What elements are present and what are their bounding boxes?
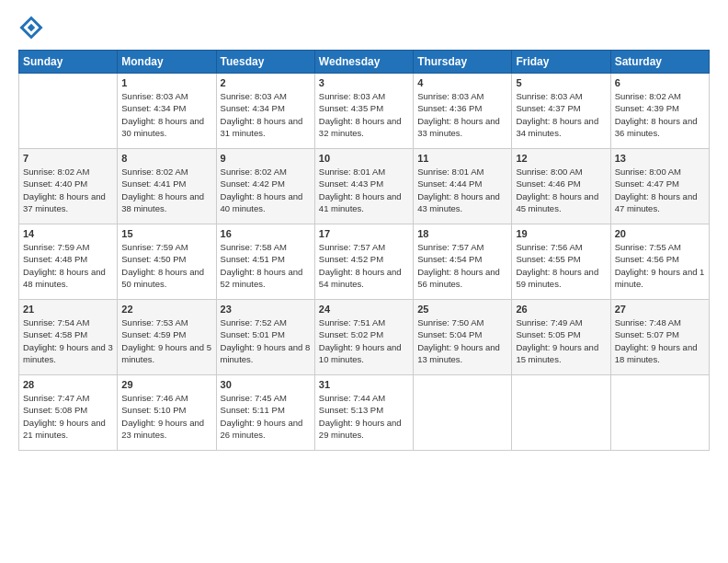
- day-info: Sunrise: 7:55 AMSunset: 4:56 PMDaylight:…: [615, 241, 705, 290]
- week-row-2: 7Sunrise: 8:02 AMSunset: 4:40 PMDaylight…: [19, 149, 710, 224]
- weekday-header-thursday: Thursday: [414, 51, 512, 74]
- calendar-cell: 18Sunrise: 7:57 AMSunset: 4:54 PMDayligh…: [414, 224, 512, 300]
- calendar-cell: 20Sunrise: 7:55 AMSunset: 4:56 PMDayligh…: [610, 224, 709, 300]
- calendar-cell: 13Sunrise: 8:00 AMSunset: 4:47 PMDayligh…: [610, 149, 709, 224]
- day-number: 21: [23, 304, 113, 315]
- day-number: 29: [121, 379, 211, 390]
- day-number: 3: [319, 77, 409, 88]
- header: [18, 15, 710, 40]
- calendar-cell: 28Sunrise: 7:47 AMSunset: 5:08 PMDayligh…: [19, 375, 118, 451]
- day-info: Sunrise: 7:57 AMSunset: 4:54 PMDaylight:…: [417, 241, 507, 290]
- day-number: 17: [319, 228, 409, 239]
- calendar-cell: 14Sunrise: 7:59 AMSunset: 4:48 PMDayligh…: [19, 224, 118, 300]
- day-number: 31: [319, 379, 409, 390]
- day-number: 24: [319, 304, 409, 315]
- day-info: Sunrise: 8:01 AMSunset: 4:44 PMDaylight:…: [417, 166, 507, 214]
- calendar-cell: 31Sunrise: 7:44 AMSunset: 5:13 PMDayligh…: [314, 375, 413, 451]
- calendar-cell: 9Sunrise: 8:02 AMSunset: 4:42 PMDaylight…: [216, 149, 314, 224]
- weekday-header-friday: Friday: [512, 51, 610, 74]
- calendar-cell: 11Sunrise: 8:01 AMSunset: 4:44 PMDayligh…: [414, 149, 512, 224]
- day-info: Sunrise: 8:00 AMSunset: 4:47 PMDaylight:…: [615, 166, 705, 214]
- day-info: Sunrise: 8:02 AMSunset: 4:39 PMDaylight:…: [615, 90, 705, 139]
- calendar-cell: 1Sunrise: 8:03 AMSunset: 4:34 PMDaylight…: [118, 74, 216, 149]
- day-number: 10: [319, 153, 409, 164]
- day-number: 8: [121, 153, 211, 164]
- day-info: Sunrise: 7:47 AMSunset: 5:08 PMDaylight:…: [23, 392, 113, 441]
- calendar-cell: 17Sunrise: 7:57 AMSunset: 4:52 PMDayligh…: [314, 224, 413, 300]
- calendar-header: SundayMondayTuesdayWednesdayThursdayFrid…: [19, 51, 710, 74]
- day-number: 14: [23, 228, 113, 239]
- calendar-cell: 15Sunrise: 7:59 AMSunset: 4:50 PMDayligh…: [118, 224, 216, 300]
- day-info: Sunrise: 7:54 AMSunset: 4:58 PMDaylight:…: [23, 316, 113, 365]
- calendar-cell: 27Sunrise: 7:48 AMSunset: 5:07 PMDayligh…: [610, 300, 709, 375]
- day-number: 1: [121, 77, 211, 88]
- calendar-cell: [19, 74, 118, 149]
- calendar-cell: 8Sunrise: 8:02 AMSunset: 4:41 PMDaylight…: [118, 149, 216, 224]
- calendar-cell: 24Sunrise: 7:51 AMSunset: 5:02 PMDayligh…: [314, 300, 413, 375]
- calendar-cell: 19Sunrise: 7:56 AMSunset: 4:55 PMDayligh…: [512, 224, 610, 300]
- weekday-header-saturday: Saturday: [610, 51, 709, 74]
- day-info: Sunrise: 7:45 AMSunset: 5:11 PMDaylight:…: [221, 392, 311, 441]
- day-info: Sunrise: 7:48 AMSunset: 5:07 PMDaylight:…: [615, 316, 705, 365]
- calendar-cell: 30Sunrise: 7:45 AMSunset: 5:11 PMDayligh…: [216, 375, 314, 451]
- day-info: Sunrise: 8:03 AMSunset: 4:34 PMDaylight:…: [121, 90, 211, 139]
- calendar-cell: 6Sunrise: 8:02 AMSunset: 4:39 PMDaylight…: [610, 74, 709, 149]
- week-row-3: 14Sunrise: 7:59 AMSunset: 4:48 PMDayligh…: [19, 224, 710, 300]
- calendar-cell: 22Sunrise: 7:53 AMSunset: 4:59 PMDayligh…: [118, 300, 216, 375]
- day-info: Sunrise: 7:49 AMSunset: 5:05 PMDaylight:…: [516, 316, 606, 365]
- weekday-header-tuesday: Tuesday: [216, 51, 314, 74]
- calendar-cell: 4Sunrise: 8:03 AMSunset: 4:36 PMDaylight…: [414, 74, 512, 149]
- calendar-cell: 21Sunrise: 7:54 AMSunset: 4:58 PMDayligh…: [19, 300, 118, 375]
- day-number: 6: [615, 77, 705, 88]
- week-row-4: 21Sunrise: 7:54 AMSunset: 4:58 PMDayligh…: [19, 300, 710, 375]
- calendar-body: 1Sunrise: 8:03 AMSunset: 4:34 PMDaylight…: [19, 74, 710, 451]
- day-info: Sunrise: 7:52 AMSunset: 5:01 PMDaylight:…: [221, 316, 311, 365]
- day-info: Sunrise: 8:01 AMSunset: 4:43 PMDaylight:…: [319, 166, 409, 214]
- week-row-5: 28Sunrise: 7:47 AMSunset: 5:08 PMDayligh…: [19, 375, 710, 451]
- calendar-cell: 12Sunrise: 8:00 AMSunset: 4:46 PMDayligh…: [512, 149, 610, 224]
- day-info: Sunrise: 8:02 AMSunset: 4:40 PMDaylight:…: [23, 166, 113, 214]
- day-info: Sunrise: 8:02 AMSunset: 4:41 PMDaylight:…: [121, 166, 211, 214]
- weekday-header-sunday: Sunday: [19, 51, 118, 74]
- calendar-cell: 7Sunrise: 8:02 AMSunset: 4:40 PMDaylight…: [19, 149, 118, 224]
- day-info: Sunrise: 7:51 AMSunset: 5:02 PMDaylight:…: [319, 316, 409, 365]
- day-number: 28: [23, 379, 113, 390]
- day-info: Sunrise: 8:03 AMSunset: 4:34 PMDaylight:…: [221, 90, 311, 139]
- day-number: 20: [615, 228, 705, 239]
- day-number: 22: [121, 304, 211, 315]
- day-info: Sunrise: 7:56 AMSunset: 4:55 PMDaylight:…: [516, 241, 606, 290]
- day-info: Sunrise: 8:03 AMSunset: 4:35 PMDaylight:…: [319, 90, 409, 139]
- day-info: Sunrise: 8:00 AMSunset: 4:46 PMDaylight:…: [516, 166, 606, 214]
- calendar-table: SundayMondayTuesdayWednesdayThursdayFrid…: [18, 50, 710, 451]
- day-info: Sunrise: 8:03 AMSunset: 4:37 PMDaylight:…: [516, 90, 606, 139]
- calendar-cell: 10Sunrise: 8:01 AMSunset: 4:43 PMDayligh…: [314, 149, 413, 224]
- calendar-cell: 16Sunrise: 7:58 AMSunset: 4:51 PMDayligh…: [216, 224, 314, 300]
- day-info: Sunrise: 7:59 AMSunset: 4:50 PMDaylight:…: [121, 241, 211, 290]
- calendar-cell: [512, 375, 610, 451]
- day-number: 2: [221, 77, 311, 88]
- calendar-cell: 25Sunrise: 7:50 AMSunset: 5:04 PMDayligh…: [414, 300, 512, 375]
- calendar-cell: 26Sunrise: 7:49 AMSunset: 5:05 PMDayligh…: [512, 300, 610, 375]
- day-number: 19: [516, 228, 606, 239]
- calendar-cell: 29Sunrise: 7:46 AMSunset: 5:10 PMDayligh…: [118, 375, 216, 451]
- day-number: 12: [516, 153, 606, 164]
- day-number: 18: [417, 228, 507, 239]
- day-number: 30: [221, 379, 311, 390]
- day-number: 13: [615, 153, 705, 164]
- logo: [18, 15, 48, 40]
- day-info: Sunrise: 7:53 AMSunset: 4:59 PMDaylight:…: [121, 316, 211, 365]
- day-info: Sunrise: 8:03 AMSunset: 4:36 PMDaylight:…: [417, 90, 507, 139]
- day-number: 16: [221, 228, 311, 239]
- day-info: Sunrise: 7:57 AMSunset: 4:52 PMDaylight:…: [319, 241, 409, 290]
- day-info: Sunrise: 7:50 AMSunset: 5:04 PMDaylight:…: [417, 316, 507, 365]
- weekday-header-wednesday: Wednesday: [314, 51, 413, 74]
- day-info: Sunrise: 8:02 AMSunset: 4:42 PMDaylight:…: [221, 166, 311, 214]
- day-number: 27: [615, 304, 705, 315]
- day-number: 15: [121, 228, 211, 239]
- calendar-cell: 5Sunrise: 8:03 AMSunset: 4:37 PMDaylight…: [512, 74, 610, 149]
- week-row-1: 1Sunrise: 8:03 AMSunset: 4:34 PMDaylight…: [19, 74, 710, 149]
- day-number: 25: [417, 304, 507, 315]
- day-info: Sunrise: 7:59 AMSunset: 4:48 PMDaylight:…: [23, 241, 113, 290]
- calendar-cell: 3Sunrise: 8:03 AMSunset: 4:35 PMDaylight…: [314, 74, 413, 149]
- page: SundayMondayTuesdayWednesdayThursdayFrid…: [0, 0, 728, 563]
